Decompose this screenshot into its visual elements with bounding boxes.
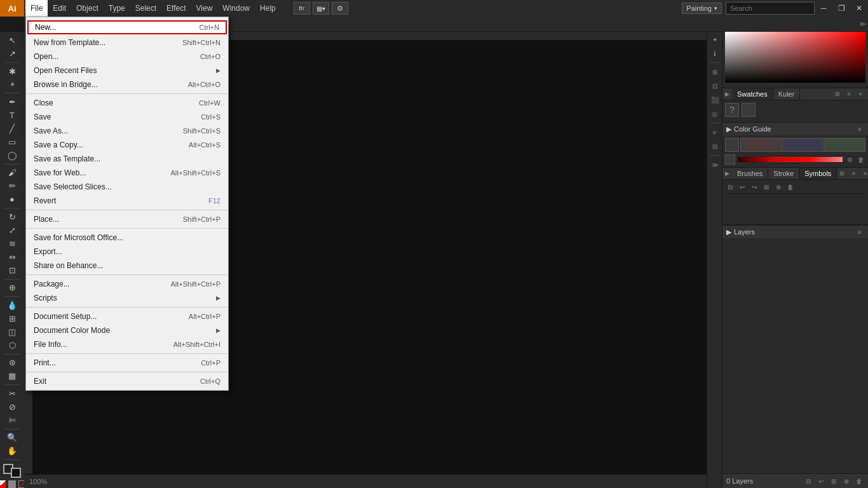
gradient-icon-small[interactable] — [8, 480, 16, 488]
symbols-menu[interactable]: ≡ — [860, 168, 868, 179]
menu-item-package[interactable]: Package... Alt+Shift+Ctrl+P — [26, 277, 228, 291]
type-tool[interactable]: T — [3, 109, 21, 121]
symbols-icon5[interactable]: ⊛ — [773, 182, 783, 191]
select-tool[interactable]: ↖ — [3, 34, 21, 46]
blend-tool[interactable]: ⬡ — [3, 339, 21, 351]
menu-help[interactable]: Help — [255, 0, 281, 17]
workspace-selector[interactable]: Painting ▾ — [682, 3, 722, 14]
menu-item-close[interactable]: Close Ctrl+W — [26, 96, 228, 110]
menu-item-save-web[interactable]: Save for Web... Alt+Shift+Ctrl+S — [26, 166, 228, 180]
menu-item-open[interactable]: Open... Ctrl+O — [26, 50, 228, 64]
mini-arrange-icon[interactable]: ⊞ — [709, 65, 721, 78]
symbols-icon4[interactable]: ⊞ — [761, 182, 771, 191]
gradient-tool[interactable]: ◫ — [3, 326, 21, 338]
tab-kuler[interactable]: Kuler — [773, 88, 801, 100]
line-tool[interactable]: ╱ — [3, 123, 21, 135]
zoom-tool[interactable]: 🔍 — [3, 432, 21, 444]
search-input[interactable] — [726, 2, 815, 15]
mini-expand-icon[interactable]: ≫ — [709, 158, 721, 171]
menu-item-save-template[interactable]: Save as Template... — [26, 152, 228, 166]
menu-item-doc-setup[interactable]: Document Setup... Alt+Ctrl+P — [26, 309, 228, 323]
restore-button[interactable]: ❐ — [832, 0, 850, 17]
swatches-menu[interactable]: ≡ — [855, 89, 865, 99]
mini-pathfinder-icon[interactable]: ⬛ — [709, 93, 721, 106]
paintbrush-tool[interactable]: 🖌 — [3, 167, 21, 179]
menu-object[interactable]: Object — [71, 0, 104, 17]
cg-trash-icon[interactable]: 🗑 — [857, 155, 865, 164]
menu-item-exit[interactable]: Exit Ctrl+Q — [26, 374, 228, 388]
scale-tool[interactable]: ⤢ — [3, 224, 21, 236]
menu-edit[interactable]: Edit — [48, 0, 71, 17]
symbols-icon2[interactable]: ↩ — [737, 182, 747, 191]
lasso-tool[interactable]: ⌖ — [3, 79, 21, 91]
mesh-tool[interactable]: ⊞ — [3, 313, 21, 325]
tab-symbols[interactable]: Symbols — [799, 168, 837, 179]
swatches-grid-view[interactable]: ⊞ — [832, 89, 843, 99]
stroke-box[interactable] — [11, 468, 21, 478]
menu-type[interactable]: Type — [104, 0, 130, 17]
cg-color-bar[interactable] — [738, 157, 843, 162]
delete-layer-icon[interactable]: 🗑 — [854, 476, 864, 486]
eyedropper-tool[interactable]: 💧 — [3, 299, 21, 311]
layers-header[interactable]: ▶ Layers ≡ — [722, 225, 868, 238]
hand-tool[interactable]: ✋ — [3, 445, 21, 457]
menu-item-new-from-template[interactable]: New from Template... Shift+Ctrl+N — [26, 36, 228, 50]
layers-panel-menu[interactable]: ≡ — [855, 227, 864, 236]
rotate-tool[interactable]: ↻ — [3, 211, 21, 223]
menu-item-save-slices[interactable]: Save Selected Slices... — [26, 180, 228, 194]
symbols-grid-view[interactable]: ⊞ — [837, 168, 847, 179]
cg-settings-icon[interactable]: ⚙ — [845, 155, 854, 164]
menu-select[interactable]: Select — [130, 0, 161, 17]
create-sublayer-icon[interactable]: ⊟ — [803, 476, 813, 486]
mini-star-icon[interactable]: ✦ — [709, 33, 721, 46]
direct-select-tool[interactable]: ↗ — [3, 48, 21, 60]
menu-item-save[interactable]: Save Ctrl+S — [26, 110, 228, 124]
menu-item-scripts[interactable]: Scripts — [26, 291, 228, 305]
mini-align-icon[interactable]: ≡ — [709, 126, 721, 139]
fill-stroke-selector[interactable] — [3, 464, 21, 478]
tab-stroke[interactable]: Stroke — [768, 168, 799, 179]
menu-file[interactable]: File — [25, 0, 48, 17]
blob-brush-tool[interactable]: ● — [3, 193, 21, 205]
menu-window[interactable]: Window — [217, 0, 255, 17]
cs-live-icon[interactable]: ⚙ — [332, 2, 348, 15]
graph-tool[interactable]: ▦ — [3, 370, 21, 382]
make-clipping-mask-icon[interactable]: ⊞ — [829, 476, 839, 486]
tab-brushes[interactable]: Brushes — [732, 168, 768, 179]
slice-tool[interactable]: ✂ — [3, 388, 21, 400]
color-guide-base[interactable] — [725, 138, 739, 152]
swatch-placeholder[interactable] — [742, 103, 756, 117]
mini-info-icon[interactable]: ℹ — [709, 47, 721, 60]
symbols-list-view[interactable]: ≡ — [848, 168, 858, 179]
symbols-icon6[interactable]: 🗑 — [785, 182, 796, 191]
none-icon[interactable] — [18, 480, 24, 488]
menu-item-file-info[interactable]: File Info... Alt+Shift+Ctrl+I — [26, 337, 228, 351]
mini-circle-icon[interactable]: ◎ — [709, 107, 721, 120]
bridge-icon[interactable]: Br — [294, 2, 310, 15]
menu-effect[interactable]: Effect — [161, 0, 191, 17]
pencil-tool[interactable]: ✏ — [3, 180, 21, 192]
close-button[interactable]: ✕ — [850, 0, 868, 17]
cg-swatch-1[interactable] — [740, 138, 782, 152]
cg-swatch-3[interactable] — [824, 138, 865, 152]
swatches-list-view[interactable]: ≡ — [844, 89, 854, 99]
menu-item-revert[interactable]: Revert F12 — [26, 194, 228, 208]
symbols-icon1[interactable]: ⊟ — [725, 182, 735, 191]
mini-layers-icon[interactable]: ⊟ — [709, 140, 721, 152]
menu-item-print[interactable]: Print... Ctrl+P — [26, 356, 228, 370]
menu-item-open-recent[interactable]: Open Recent Files — [26, 64, 228, 78]
menu-item-share-behance[interactable]: Share on Behance... — [26, 259, 228, 273]
move-to-layer-icon[interactable]: ↩ — [816, 476, 826, 486]
ellipse-tool[interactable]: ◯ — [3, 149, 21, 161]
menu-item-export[interactable]: Export... — [26, 245, 228, 259]
color-icon[interactable] — [0, 480, 6, 488]
shape-builder-tool[interactable]: ⊕ — [3, 281, 21, 294]
rectangle-tool[interactable]: ▭ — [3, 136, 21, 148]
menu-item-doc-color[interactable]: Document Color Mode — [26, 323, 228, 337]
menu-item-new[interactable]: New... Ctrl+N — [27, 20, 227, 34]
cg-swatch-2[interactable] — [782, 138, 824, 152]
scissors-tool[interactable]: ✄ — [3, 414, 21, 426]
cg-swatch-preview[interactable] — [725, 154, 735, 165]
color-gradient-display[interactable] — [725, 32, 865, 83]
color-guide-header[interactable]: ▶ Color Guide ≡ — [722, 123, 868, 135]
